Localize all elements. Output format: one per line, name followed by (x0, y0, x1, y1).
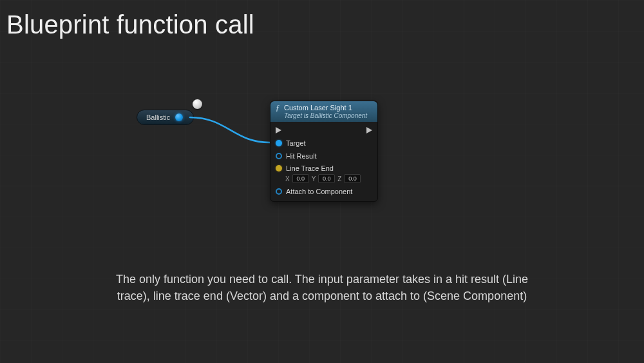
node-subtitle: Target is Ballistic Component (274, 112, 374, 119)
node-title: Custom Laser Sight 1 (284, 104, 352, 112)
exec-in-pin-icon[interactable] (276, 127, 281, 133)
node-header[interactable]: ƒ Custom Laser Sight 1 Target is Ballist… (270, 101, 377, 122)
variable-node-label: Ballistic (146, 113, 170, 121)
page-title: Blueprint function call (6, 10, 254, 39)
line-trace-end-pin-icon[interactable] (276, 165, 282, 172)
hit-result-pin-label: Hit Result (286, 152, 317, 160)
line-trace-end-y-input[interactable]: 0.0 (318, 174, 335, 183)
variable-node-ballistic[interactable]: Ballistic (137, 110, 194, 125)
hit-result-pin-icon[interactable] (276, 153, 282, 159)
line-trace-end-z-input[interactable]: 0.0 (344, 174, 361, 183)
breakpoint-marker-icon[interactable] (193, 99, 202, 109)
attach-pin-label: Attach to Component (286, 188, 352, 195)
line-trace-end-x-input[interactable]: 0.0 (292, 174, 309, 183)
function-icon: ƒ (274, 104, 281, 112)
description-text: The only function you need to call. The … (0, 271, 644, 304)
axis-y-label: Y (312, 175, 316, 182)
exec-out-pin-icon[interactable] (366, 127, 372, 133)
node-body: Target Hit Result Line Trace End X 0.0 Y… (270, 122, 377, 201)
line-trace-end-label: Line Trace End (286, 164, 334, 172)
attach-pin-icon[interactable] (276, 188, 282, 195)
target-pin-icon[interactable] (276, 140, 282, 146)
function-node-custom-laser-sight[interactable]: ƒ Custom Laser Sight 1 Target is Ballist… (270, 101, 378, 202)
output-pin-icon[interactable] (175, 113, 183, 121)
connection-wire (189, 112, 279, 157)
axis-z-label: Z (337, 175, 341, 182)
axis-x-label: X (285, 175, 290, 182)
target-pin-label: Target (286, 139, 306, 147)
